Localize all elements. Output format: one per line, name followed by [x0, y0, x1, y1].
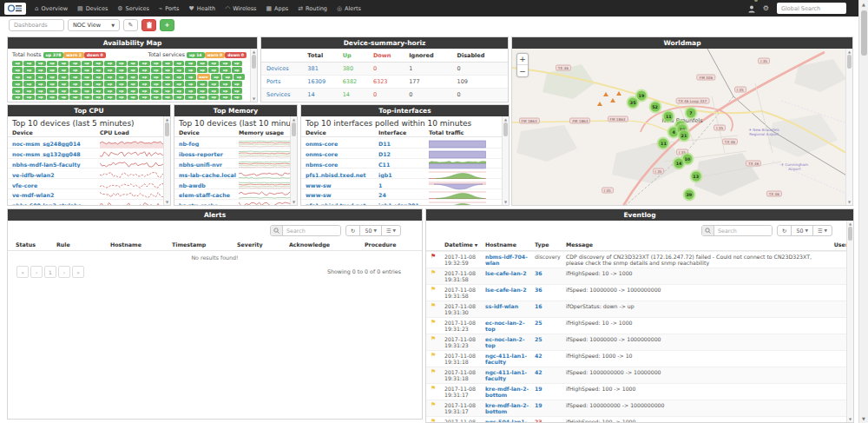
scroll-down-arrow-icon[interactable]: ▼	[503, 200, 509, 204]
summary-name[interactable]: Services	[261, 89, 306, 102]
global-search-input[interactable]	[777, 3, 846, 14]
pagination-button[interactable]: »	[72, 266, 84, 278]
host-cell-up[interactable]: up	[82, 95, 92, 101]
map-cluster-marker[interactable]: 11	[657, 136, 670, 149]
host-cell-up[interactable]: up	[23, 95, 34, 101]
pagination-button[interactable]: ›	[58, 266, 70, 278]
nav-item-overview[interactable]: ⌂Overview	[35, 5, 68, 12]
interface-link[interactable]: C11	[378, 162, 429, 168]
host-cell-up[interactable]: up	[12, 95, 23, 101]
column-header-timestamp[interactable]: Timestamp	[172, 241, 237, 248]
host-cell-up[interactable]: up	[151, 61, 161, 67]
scrollbar-thumb[interactable]	[847, 55, 852, 69]
host-cell-up[interactable]: up	[128, 88, 138, 94]
scrollbar-thumb[interactable]	[292, 122, 296, 136]
host-cell-up[interactable]: up	[12, 67, 23, 73]
host-cell-up[interactable]: up	[162, 81, 173, 87]
host-cell-up[interactable]: up	[232, 81, 242, 87]
host-cell-up[interactable]: up	[23, 61, 34, 67]
summary-total[interactable]: 381	[306, 63, 340, 76]
scroll-up-arrow-icon[interactable]: ▲	[251, 50, 257, 54]
host-cell-up[interactable]: up	[139, 61, 149, 67]
summary-name[interactable]: Ports	[261, 76, 306, 89]
host-cell-up[interactable]: up	[104, 81, 115, 87]
host-cell-up[interactable]: up	[116, 67, 127, 73]
device-link[interactable]: iboss-reporter	[179, 151, 239, 157]
column-header-type[interactable]: Type	[535, 241, 566, 248]
edit-dashboard-button[interactable]: ✎	[123, 19, 138, 31]
scroll-up-arrow-icon[interactable]: ▲	[859, 2, 868, 7]
dashboards-input[interactable]	[9, 19, 64, 31]
host-cell-up[interactable]: up	[12, 61, 23, 67]
delete-dashboard-button[interactable]	[141, 19, 156, 31]
host-cell-up[interactable]: up	[197, 95, 207, 101]
device-link[interactable]: ve-mdf-wlan2	[12, 192, 100, 198]
interface-link[interactable]: igb1_vlan201	[378, 202, 429, 206]
host-cell-up[interactable]: up	[232, 95, 242, 101]
host-cell-up[interactable]: up	[151, 88, 161, 94]
map-cluster-marker[interactable]: 14	[673, 157, 686, 170]
column-header-acknowledge[interactable]: Acknowledge	[289, 241, 365, 248]
page-size-button[interactable]: 50▼	[360, 226, 381, 235]
host-cell-up[interactable]: up	[47, 88, 57, 94]
host-cell-up[interactable]: up	[69, 74, 80, 80]
device-link[interactable]: noc-msm_sg132gg048	[12, 151, 100, 157]
host-cell-up[interactable]: up	[128, 74, 138, 80]
device-link[interactable]: elem-staff-cache	[179, 192, 239, 198]
host-cell-up[interactable]: up	[69, 81, 80, 87]
host-cell-up[interactable]: up	[12, 81, 23, 87]
add-dashboard-button[interactable]: +	[160, 19, 174, 31]
interface-link[interactable]: D11	[378, 141, 429, 147]
scrollbar-thumb[interactable]	[861, 10, 867, 56]
scrollbar-thumb[interactable]	[252, 55, 256, 69]
host-cell-up[interactable]: up	[69, 88, 80, 94]
host-cell-up[interactable]: up	[69, 67, 80, 73]
host-cell-up[interactable]: up	[58, 95, 69, 101]
host-cell-up[interactable]: up	[151, 81, 161, 87]
summary-total[interactable]: 14	[306, 89, 340, 102]
availability-scrollbar[interactable]: ▲ ▼	[250, 49, 257, 102]
zoom-out-button[interactable]: −	[517, 65, 528, 76]
interface-link[interactable]: 1	[378, 182, 429, 188]
host-cell-up[interactable]: up	[174, 67, 184, 73]
pagination-button[interactable]: «	[16, 266, 29, 278]
host-cell-up[interactable]: up	[116, 81, 127, 87]
device-link[interactable]: pfs1.nbisd.txed.net	[306, 202, 378, 206]
host-cell-up[interactable]: up	[23, 81, 34, 87]
host-cell-up[interactable]: up	[220, 61, 230, 67]
host-cell-up[interactable]: up	[197, 67, 207, 73]
host-cell-up[interactable]: up	[104, 88, 115, 94]
scroll-up-arrow-icon[interactable]: ▲	[164, 117, 170, 122]
host-cell-up[interactable]: up	[82, 67, 92, 73]
event-type[interactable]: 23	[535, 419, 566, 423]
scrollbar-thumb[interactable]	[848, 227, 852, 241]
scrollbar-thumb[interactable]	[503, 122, 508, 136]
event-hostname-link[interactable]: ec-noc-lan-2-top	[485, 336, 535, 348]
host-cell-up[interactable]: up	[139, 74, 149, 80]
host-cell-up[interactable]: up	[185, 74, 195, 80]
event-type[interactable]: 42	[535, 353, 566, 359]
scroll-down-arrow-icon[interactable]: ▼	[251, 96, 257, 101]
host-cell-up[interactable]: up	[47, 81, 57, 87]
nav-item-devices[interactable]: ▤Devices	[77, 5, 108, 12]
host-cell-up[interactable]: up	[174, 88, 184, 94]
scroll-down-arrow-icon[interactable]: ▼	[291, 200, 297, 204]
map-cluster-marker[interactable]: 52	[648, 100, 661, 113]
host-cell-up[interactable]: up	[82, 61, 92, 67]
host-cell-up[interactable]: up	[116, 95, 127, 101]
host-cell-up[interactable]: up	[162, 95, 173, 101]
map-cluster-marker[interactable]: 13	[689, 169, 702, 182]
columns-button[interactable]: ☰▼	[382, 226, 400, 235]
event-hostname-link[interactable]: ngc-411-lan1-faculty	[485, 369, 535, 381]
host-cell-up[interactable]: up	[58, 67, 69, 73]
event-hostname-link[interactable]: ngc-411-lan1-faculty	[485, 353, 535, 365]
scroll-down-arrow-icon[interactable]: ▼	[846, 200, 852, 204]
summary-total[interactable]: 16309	[306, 76, 340, 89]
host-cell-up[interactable]: up	[162, 61, 173, 67]
scroll-up-arrow-icon[interactable]: ▲	[847, 221, 853, 226]
host-cell-up[interactable]: up	[197, 61, 207, 67]
event-type[interactable]: 16	[535, 303, 566, 309]
host-cell-up[interactable]: up	[116, 61, 127, 67]
host-cell-up[interactable]: up	[174, 74, 184, 80]
device-link[interactable]: noc-msm_sg248gg014	[12, 141, 100, 147]
